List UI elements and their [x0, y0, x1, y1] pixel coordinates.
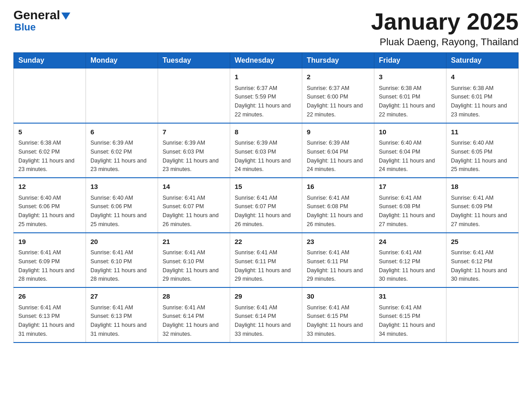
- day-number: 17: [379, 182, 442, 192]
- calendar-cell: 16Sunrise: 6:41 AMSunset: 6:08 PMDayligh…: [302, 178, 374, 233]
- day-info: Sunrise: 6:41 AMSunset: 6:13 PMDaylight:…: [18, 304, 74, 337]
- day-info: Sunrise: 6:40 AMSunset: 6:04 PMDaylight:…: [379, 140, 435, 172]
- day-info: Sunrise: 6:39 AMSunset: 6:02 PMDaylight:…: [90, 140, 146, 172]
- week-row-5: 26Sunrise: 6:41 AMSunset: 6:13 PMDayligh…: [14, 287, 519, 342]
- calendar-cell: 25Sunrise: 6:41 AMSunset: 6:12 PMDayligh…: [446, 233, 519, 288]
- calendar-cell: 28Sunrise: 6:41 AMSunset: 6:14 PMDayligh…: [158, 287, 230, 342]
- day-info: Sunrise: 6:41 AMSunset: 6:08 PMDaylight:…: [379, 195, 435, 227]
- title-area: January 2025 Pluak Daeng, Rayong, Thaila…: [371, 9, 519, 48]
- calendar-cell: 2Sunrise: 6:37 AMSunset: 6:00 PMDaylight…: [302, 68, 374, 123]
- calendar-cell: 10Sunrise: 6:40 AMSunset: 6:04 PMDayligh…: [374, 123, 446, 178]
- day-info: Sunrise: 6:38 AMSunset: 6:02 PMDaylight:…: [18, 140, 74, 172]
- day-number: 7: [163, 127, 225, 137]
- day-info: Sunrise: 6:41 AMSunset: 6:12 PMDaylight:…: [451, 249, 507, 282]
- day-number: 9: [307, 127, 369, 137]
- calendar-header: SundayMondayTuesdayWednesdayThursdayFrid…: [14, 53, 519, 68]
- calendar-cell: [14, 68, 86, 123]
- day-number: 2: [307, 72, 369, 82]
- day-number: 18: [451, 182, 514, 192]
- day-number: 12: [18, 182, 81, 192]
- calendar-cell: [446, 287, 519, 342]
- day-number: 10: [379, 127, 442, 137]
- calendar-cell: 19Sunrise: 6:41 AMSunset: 6:09 PMDayligh…: [14, 233, 86, 288]
- day-info: Sunrise: 6:40 AMSunset: 6:06 PMDaylight:…: [18, 195, 74, 227]
- day-number: 8: [235, 127, 297, 137]
- calendar-cell: 20Sunrise: 6:41 AMSunset: 6:10 PMDayligh…: [86, 233, 158, 288]
- day-info: Sunrise: 6:39 AMSunset: 6:03 PMDaylight:…: [163, 140, 219, 172]
- calendar-cell: 18Sunrise: 6:41 AMSunset: 6:09 PMDayligh…: [446, 178, 519, 233]
- day-number: 25: [451, 237, 514, 247]
- day-info: Sunrise: 6:38 AMSunset: 6:01 PMDaylight:…: [451, 85, 507, 118]
- calendar-cell: 14Sunrise: 6:41 AMSunset: 6:07 PMDayligh…: [158, 178, 230, 233]
- day-number: 21: [163, 237, 225, 247]
- day-info: Sunrise: 6:41 AMSunset: 6:07 PMDaylight:…: [163, 195, 219, 227]
- calendar-cell: 7Sunrise: 6:39 AMSunset: 6:03 PMDaylight…: [158, 123, 230, 178]
- day-number: 5: [18, 127, 81, 137]
- day-info: Sunrise: 6:41 AMSunset: 6:15 PMDaylight:…: [379, 304, 435, 337]
- day-info: Sunrise: 6:41 AMSunset: 6:08 PMDaylight:…: [307, 195, 363, 227]
- calendar-cell: 6Sunrise: 6:39 AMSunset: 6:02 PMDaylight…: [86, 123, 158, 178]
- day-info: Sunrise: 6:41 AMSunset: 6:14 PMDaylight:…: [163, 304, 219, 337]
- logo-blue-text: Blue: [14, 22, 36, 32]
- day-info: Sunrise: 6:39 AMSunset: 6:03 PMDaylight:…: [235, 140, 291, 172]
- calendar-cell: 4Sunrise: 6:38 AMSunset: 6:01 PMDaylight…: [446, 68, 519, 123]
- week-row-3: 12Sunrise: 6:40 AMSunset: 6:06 PMDayligh…: [14, 178, 519, 233]
- day-number: 15: [235, 182, 297, 192]
- day-info: Sunrise: 6:41 AMSunset: 6:10 PMDaylight:…: [90, 249, 146, 282]
- calendar-cell: 21Sunrise: 6:41 AMSunset: 6:10 PMDayligh…: [158, 233, 230, 288]
- calendar-cell: 1Sunrise: 6:37 AMSunset: 5:59 PMDaylight…: [230, 68, 302, 123]
- day-info: Sunrise: 6:40 AMSunset: 6:06 PMDaylight:…: [90, 195, 146, 227]
- calendar-cell: 15Sunrise: 6:41 AMSunset: 6:07 PMDayligh…: [230, 178, 302, 233]
- day-number: 20: [90, 237, 153, 247]
- day-number: 19: [18, 237, 81, 247]
- day-info: Sunrise: 6:37 AMSunset: 6:00 PMDaylight:…: [307, 85, 363, 118]
- header-tuesday: Tuesday: [158, 53, 230, 68]
- day-info: Sunrise: 6:41 AMSunset: 6:09 PMDaylight:…: [451, 195, 507, 227]
- calendar-cell: 11Sunrise: 6:40 AMSunset: 6:05 PMDayligh…: [446, 123, 519, 178]
- calendar-cell: 30Sunrise: 6:41 AMSunset: 6:15 PMDayligh…: [302, 287, 374, 342]
- calendar-cell: 24Sunrise: 6:41 AMSunset: 6:12 PMDayligh…: [374, 233, 446, 288]
- day-number: 23: [307, 237, 369, 247]
- calendar-cell: 5Sunrise: 6:38 AMSunset: 6:02 PMDaylight…: [14, 123, 86, 178]
- day-number: 29: [235, 291, 297, 302]
- day-info: Sunrise: 6:41 AMSunset: 6:14 PMDaylight:…: [235, 304, 291, 337]
- day-info: Sunrise: 6:38 AMSunset: 6:01 PMDaylight:…: [379, 85, 435, 118]
- calendar-table: SundayMondayTuesdayWednesdayThursdayFrid…: [13, 52, 519, 343]
- day-number: 30: [307, 291, 369, 302]
- day-number: 3: [379, 72, 442, 82]
- calendar-cell: 17Sunrise: 6:41 AMSunset: 6:08 PMDayligh…: [374, 178, 446, 233]
- day-info: Sunrise: 6:41 AMSunset: 6:15 PMDaylight:…: [307, 304, 363, 337]
- calendar-cell: 27Sunrise: 6:41 AMSunset: 6:13 PMDayligh…: [86, 287, 158, 342]
- calendar-cell: [158, 68, 230, 123]
- calendar-cell: 9Sunrise: 6:39 AMSunset: 6:04 PMDaylight…: [302, 123, 374, 178]
- calendar-cell: 3Sunrise: 6:38 AMSunset: 6:01 PMDaylight…: [374, 68, 446, 123]
- week-row-2: 5Sunrise: 6:38 AMSunset: 6:02 PMDaylight…: [14, 123, 519, 178]
- day-number: 27: [90, 291, 153, 302]
- day-info: Sunrise: 6:39 AMSunset: 6:04 PMDaylight:…: [307, 140, 363, 172]
- day-number: 26: [18, 291, 81, 302]
- day-info: Sunrise: 6:41 AMSunset: 6:07 PMDaylight:…: [235, 195, 291, 227]
- calendar-cell: 13Sunrise: 6:40 AMSunset: 6:06 PMDayligh…: [86, 178, 158, 233]
- header-thursday: Thursday: [302, 53, 374, 68]
- day-number: 22: [235, 237, 297, 247]
- header-wednesday: Wednesday: [230, 53, 302, 68]
- calendar-cell: 8Sunrise: 6:39 AMSunset: 6:03 PMDaylight…: [230, 123, 302, 178]
- day-info: Sunrise: 6:41 AMSunset: 6:09 PMDaylight:…: [18, 249, 74, 282]
- day-info: Sunrise: 6:41 AMSunset: 6:13 PMDaylight:…: [90, 304, 146, 337]
- calendar-body: 1Sunrise: 6:37 AMSunset: 5:59 PMDaylight…: [14, 68, 519, 342]
- header-monday: Monday: [86, 53, 158, 68]
- calendar-cell: 12Sunrise: 6:40 AMSunset: 6:06 PMDayligh…: [14, 178, 86, 233]
- day-number: 4: [451, 72, 514, 82]
- logo-general-text: General: [13, 9, 60, 21]
- header-row: SundayMondayTuesdayWednesdayThursdayFrid…: [14, 53, 519, 68]
- calendar-cell: 26Sunrise: 6:41 AMSunset: 6:13 PMDayligh…: [14, 287, 86, 342]
- calendar-cell: [86, 68, 158, 123]
- day-info: Sunrise: 6:41 AMSunset: 6:11 PMDaylight:…: [235, 249, 291, 282]
- day-info: Sunrise: 6:37 AMSunset: 5:59 PMDaylight:…: [235, 85, 291, 118]
- month-title: January 2025: [371, 9, 519, 34]
- calendar-cell: 23Sunrise: 6:41 AMSunset: 6:11 PMDayligh…: [302, 233, 374, 288]
- day-info: Sunrise: 6:41 AMSunset: 6:12 PMDaylight:…: [379, 249, 435, 282]
- logo-triangle-icon: [61, 13, 70, 20]
- calendar-cell: 29Sunrise: 6:41 AMSunset: 6:14 PMDayligh…: [230, 287, 302, 342]
- day-info: Sunrise: 6:41 AMSunset: 6:10 PMDaylight:…: [163, 249, 219, 282]
